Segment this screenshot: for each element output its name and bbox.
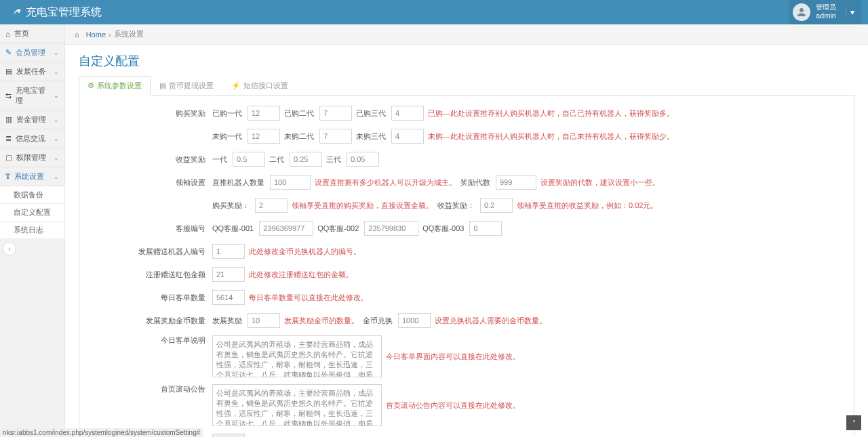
input-qq2[interactable] xyxy=(364,221,418,236)
shuffle-icon: ⇆ xyxy=(5,91,12,100)
svg-point-0 xyxy=(800,8,804,12)
label-g1: 一代 xyxy=(212,154,227,165)
input-qq3[interactable] xyxy=(469,221,502,236)
nav-system[interactable]: 𝐓系统设置⌄ xyxy=(0,167,64,186)
label-qq2: QQ客服-002 xyxy=(317,224,359,234)
breadcrumb-home[interactable]: Home xyxy=(86,30,106,39)
label-qq1: QQ客服-001 xyxy=(212,224,254,234)
input-qq1[interactable] xyxy=(259,221,313,236)
hint-direct-robot: 设置直推拥有多少机器人可以升级为城主。 xyxy=(315,178,456,188)
caret-down-icon[interactable]: ▾ xyxy=(846,7,859,17)
label-dev-robot: 发展赠送机器人编号 xyxy=(89,247,212,257)
navbar: 充电宝管理系统 管理员 admin ▾ xyxy=(0,0,868,24)
input-ug3[interactable] xyxy=(391,129,424,144)
hint-reg-red: 此处修改注册赠送红包的金额。 xyxy=(249,270,353,280)
nav-fund[interactable]: ▥资金管理⌄ xyxy=(0,110,64,129)
input-bg1[interactable] xyxy=(248,106,280,121)
input-dev-robot[interactable] xyxy=(212,244,245,259)
align-icon: ≣ xyxy=(5,134,12,143)
breadcrumb-current: 系统设置 xyxy=(114,29,144,39)
user-label: 管理员 admin xyxy=(816,3,836,20)
label-leader: 领袖设置 xyxy=(89,178,212,188)
input-ug2[interactable] xyxy=(319,129,352,144)
nav-auth[interactable]: ▢权限管理⌄ xyxy=(0,148,64,167)
input-ig3[interactable] xyxy=(347,152,379,167)
label-ug1: 未购一代 xyxy=(212,131,242,142)
nav-info[interactable]: ≣信息交流⌄ xyxy=(0,129,64,148)
select-site-open[interactable]: 开启 xyxy=(212,434,245,437)
label-qq3: QQ客服-003 xyxy=(422,224,464,234)
hint-reward-gen: 设置奖励的代数，建议设置小一些。 xyxy=(540,178,660,188)
tab-sms[interactable]: ⚡短信接口设置 xyxy=(222,76,297,96)
home-icon: ⌂ xyxy=(75,30,79,39)
textarea-today-desc[interactable] xyxy=(212,335,382,377)
label-dev-r: 发展奖励 xyxy=(212,316,242,326)
input-direct-robot[interactable] xyxy=(270,175,311,190)
chevron-down-icon: ⌄ xyxy=(54,117,59,123)
gear-icon: ⚙ xyxy=(87,81,94,90)
input-daily-order[interactable] xyxy=(212,290,245,305)
input-income-r[interactable] xyxy=(480,198,513,213)
input-dev-r[interactable] xyxy=(248,313,280,328)
chevron-down-icon: ⌄ xyxy=(54,68,59,75)
label-dev-coin: 发展奖励金币数量 xyxy=(89,316,212,326)
file-icon: ▢ xyxy=(5,153,12,162)
nav-home[interactable]: ⌂首页 xyxy=(0,24,64,43)
label-income-r: 收益奖励： xyxy=(437,201,475,211)
label-bg3: 已购三代 xyxy=(356,108,386,119)
input-ug1[interactable] xyxy=(248,129,280,144)
chevron-down-icon: ⌄ xyxy=(54,49,59,56)
chevron-down-icon: ⌄ xyxy=(54,154,59,161)
tab-system-params[interactable]: ⚙系统参数设置 xyxy=(79,76,151,96)
input-ig1[interactable] xyxy=(233,152,265,167)
input-reward-gen[interactable] xyxy=(496,175,536,190)
sub-backup[interactable]: 数据备份 xyxy=(0,186,64,204)
hint-unbought: 未购---此处设置推荐别人购买机器人时，自己未持有机器人，获得奖励少。 xyxy=(428,131,674,142)
input-reg-red[interactable] xyxy=(212,267,245,282)
label-home-notice: 首页滚动公告 xyxy=(89,384,212,394)
leaf-icon xyxy=(12,6,22,18)
label-coin-ex: 金币兑换 xyxy=(363,316,393,326)
tab-currency[interactable]: ▤货币提现设置 xyxy=(151,76,222,96)
chevron-down-icon: ⌄ xyxy=(54,92,59,99)
scroll-top-button[interactable]: ˄ xyxy=(846,415,861,430)
chevron-down-icon: ⌄ xyxy=(54,173,59,180)
label-g3: 三代 xyxy=(326,154,341,165)
sub-log[interactable]: 系统日志 xyxy=(0,222,64,239)
dashboard-icon: ⌂ xyxy=(5,30,10,38)
list-icon: ▤ xyxy=(159,81,166,90)
label-ug2: 未购二代 xyxy=(284,131,314,142)
text-icon: 𝐓 xyxy=(5,172,10,181)
input-coin-ex[interactable] xyxy=(398,313,431,328)
label-income-reward: 收益奖励 xyxy=(89,154,212,165)
nav-member[interactable]: ✎会员管理⌄ xyxy=(0,43,64,62)
settings-panel: 购买奖励 已购一代 已购二代 已购三代 已购---此处设置推荐别人购买机器人时，… xyxy=(79,96,854,437)
input-bg2[interactable] xyxy=(319,106,352,121)
chevron-up-icon: ˄ xyxy=(852,419,856,427)
input-bg3[interactable] xyxy=(391,106,424,121)
hint-bought: 已购---此处设置推荐别人购买机器人时，自己已持有机器人，获得奖励多。 xyxy=(428,108,674,119)
user-menu[interactable]: 管理员 admin ▾ xyxy=(789,0,861,24)
label-direct-robot: 直推机器人数量 xyxy=(212,178,264,188)
hint-dev-r: 发展奖励金币的数量。 xyxy=(284,316,359,326)
sidebar-collapse-icon[interactable]: ‹ xyxy=(3,242,16,255)
hint-buy-r: 领袖享受直推的购买奖励，直接设置金额。 xyxy=(292,201,433,211)
label-service: 客服编号 xyxy=(89,224,212,234)
avatar-icon xyxy=(793,3,810,21)
input-buy-r[interactable] xyxy=(255,198,288,213)
input-ig2[interactable] xyxy=(290,152,322,167)
brand-label: 充电宝管理系统 xyxy=(26,5,102,20)
hint-dev-robot: 此处修改金币兑换机器人的编号。 xyxy=(249,247,361,257)
nav-powerbank[interactable]: ⇆充电宝管理⌄ xyxy=(0,81,64,110)
textarea-home-notice[interactable] xyxy=(212,384,382,426)
chevron-right-icon: › xyxy=(108,30,111,39)
label-g2: 二代 xyxy=(269,154,284,165)
hint-income-r: 领袖享受直推的收益奖励，例如：0.02元。 xyxy=(517,201,658,211)
label-daily-order: 每日客单数量 xyxy=(89,293,212,303)
list-icon: ▥ xyxy=(5,115,12,124)
hint-coin-ex: 设置兑换机器人需要的金币数量。 xyxy=(435,316,547,326)
label-buy-r: 购买奖励： xyxy=(212,201,250,211)
nav-task[interactable]: ▤发展任务⌄ xyxy=(0,62,64,81)
sub-custom[interactable]: 自定义配置 xyxy=(0,204,64,222)
label-ug3: 未购三代 xyxy=(356,131,386,142)
